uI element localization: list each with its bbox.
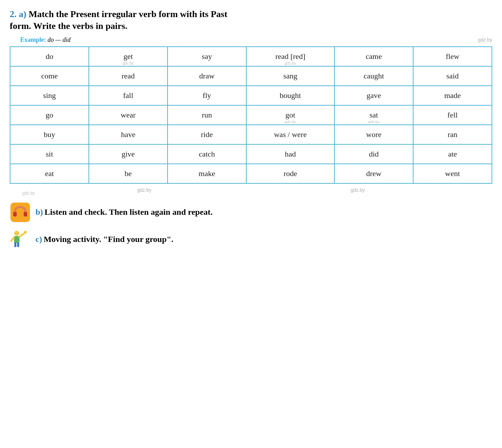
table-cell: do	[10, 47, 89, 66]
table-cell: getgdz.by	[89, 47, 168, 66]
table-cell: ran	[413, 125, 492, 144]
table-cell: eat	[10, 164, 89, 183]
table-cell: say	[168, 47, 246, 66]
title-text-1: Match the Present irregular verb form wi…	[29, 9, 227, 19]
svg-rect-5	[14, 242, 16, 247]
exercise-letter: a)	[19, 9, 26, 19]
example-text: Example: do — did	[20, 36, 71, 44]
table-cell: fall	[89, 86, 168, 105]
table-cell: rode	[246, 164, 334, 183]
table-cell: read [red]gdz.by	[246, 47, 334, 66]
table-cell: come	[10, 66, 89, 86]
svg-rect-2	[24, 212, 27, 217]
table-cell: bought	[246, 86, 334, 105]
table-row: sitgivecatchhaddidate	[10, 144, 492, 164]
svg-rect-1	[13, 212, 17, 217]
table-cell: wore	[334, 125, 413, 144]
svg-line-9	[11, 237, 14, 241]
table-cell: sit	[10, 144, 89, 164]
title-section: 2. a) Match the Present irregular verb f…	[10, 8, 492, 32]
section-b-text: b) Listen and check. Then listen again a…	[36, 207, 213, 217]
table-row: eatbemakerodedrewwent	[10, 164, 492, 183]
table-cell: be	[89, 164, 168, 183]
example-line: Example: do — did gdz.by	[20, 36, 492, 44]
svg-point-8	[24, 231, 27, 234]
person-icon-box	[10, 229, 31, 250]
table-row: comereaddrawsangcaughtsaid	[10, 66, 492, 86]
table-cell: drew	[334, 164, 413, 183]
table-cell: run	[168, 105, 246, 125]
example-label: Example:	[20, 36, 46, 43]
table-cell: gotgdz.by	[246, 105, 334, 125]
section-b-content: Listen and check. Then listen again and …	[45, 207, 213, 217]
svg-rect-4	[14, 236, 20, 243]
table-cell: sing	[10, 86, 89, 105]
verb-table: dogetgdz.bysayread [red]gdz.bycameflewco…	[10, 46, 492, 184]
watermark-bottom-2: gdz.by	[350, 187, 365, 193]
headphone-icon-box	[10, 202, 31, 223]
table-cell: went	[413, 164, 492, 183]
section-b-label: b)	[36, 207, 43, 217]
person-icon	[10, 229, 31, 250]
table-cell: catch	[168, 144, 246, 164]
table-cell: did	[334, 144, 413, 164]
table-cell: gave	[334, 86, 413, 105]
svg-rect-0	[10, 203, 30, 222]
cell-watermark: gdz.by	[285, 120, 296, 124]
table-cell: make	[168, 164, 246, 183]
cell-watermark: gdz.by	[123, 61, 134, 65]
table-cell: fell	[413, 105, 492, 125]
table-cell: wear	[89, 105, 168, 125]
table-cell: draw	[168, 66, 246, 86]
section-c-content: Moving activity. "Find your group".	[44, 235, 173, 244]
table-row: singfallflyboughtgavemade	[10, 86, 492, 105]
table-cell: had	[246, 144, 334, 164]
table-cell: came	[334, 47, 413, 66]
svg-point-3	[14, 231, 19, 236]
example-value: do — did	[48, 36, 71, 43]
table-row: gowearrungotgdz.bysatgdz.byfell	[10, 105, 492, 125]
table-cell: ride	[168, 125, 246, 144]
table-cell: satgdz.by	[334, 105, 413, 125]
watermark-top: gdz.by	[478, 37, 492, 43]
svg-rect-6	[17, 242, 19, 247]
table-row: buyhaveridewas / wereworeran	[10, 125, 492, 144]
table-cell: give	[89, 144, 168, 164]
section-c-label: c)	[36, 235, 42, 244]
table-cell: have	[89, 125, 168, 144]
table-cell: ate	[413, 144, 492, 164]
watermark-section-b: gdz.by	[22, 191, 492, 196]
table-cell: was / were	[246, 125, 334, 144]
table-cell: go	[10, 105, 89, 125]
table-cell: made	[413, 86, 492, 105]
watermark-bottom-1: gdz.by	[137, 187, 152, 193]
title-line2: form. Write the verbs in pairs.	[10, 20, 492, 32]
section-c-text: c) Moving activity. "Find your group".	[36, 235, 173, 244]
title-line1: 2. a) Match the Present irregular verb f…	[10, 8, 492, 20]
table-cell: caught	[334, 66, 413, 86]
table-cell: buy	[10, 125, 89, 144]
section-c: c) Moving activity. "Find your group".	[10, 229, 492, 250]
table-cell: sang	[246, 66, 334, 86]
section-b: b) Listen and check. Then listen again a…	[10, 202, 492, 223]
cell-watermark: gdz.by	[368, 120, 379, 124]
table-cell: flew	[413, 47, 492, 66]
exercise-number: 2.	[10, 9, 17, 19]
headphone-icon	[10, 202, 31, 223]
table-cell: read	[89, 66, 168, 86]
cell-watermark: gdz.by	[285, 61, 296, 65]
verb-table-wrapper: dogetgdz.bysayread [red]gdz.bycameflewco…	[10, 46, 492, 184]
table-row: dogetgdz.bysayread [red]gdz.bycameflew	[10, 47, 492, 66]
table-cell: said	[413, 66, 492, 86]
table-cell: fly	[168, 86, 246, 105]
